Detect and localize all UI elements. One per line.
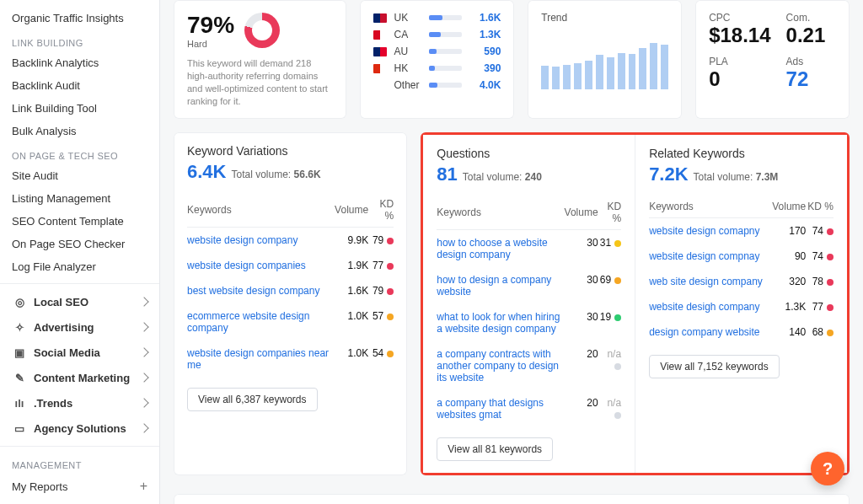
highlighted-section: Questions81Total volume: 240KeywordsVolu… bbox=[421, 132, 850, 475]
keyword-link[interactable]: design company website bbox=[649, 326, 770, 338]
kd-dot-icon bbox=[387, 314, 394, 320]
related-view-all-button[interactable]: View all 7,152 keywords bbox=[649, 355, 780, 378]
sidebar-item-bulk-analysis[interactable]: Bulk Analysis bbox=[0, 120, 159, 142]
briefcase-icon: ▭ bbox=[12, 421, 27, 436]
sidebar-item-onpage-seo-checker[interactable]: On Page SEO Checker bbox=[0, 233, 159, 255]
kd-cell: n/a bbox=[598, 390, 622, 427]
column-header: Keywords bbox=[437, 196, 564, 230]
sidebar-item-site-audit[interactable]: Site Audit bbox=[0, 164, 159, 187]
sidebar-item-label: Local SEO bbox=[34, 296, 88, 308]
sidebar-item-social-media[interactable]: ▣Social Media bbox=[0, 340, 159, 365]
table-row: what to look for when hiring a website d… bbox=[437, 304, 621, 341]
table-row: how to design a company website3069 bbox=[437, 267, 621, 304]
sidebar-item-agency-solutions[interactable]: ▭Agency Solutions bbox=[0, 416, 159, 441]
keyword-link[interactable]: a company that designs websites gmat bbox=[437, 397, 564, 421]
chevron-right-icon bbox=[139, 322, 148, 331]
variations-count: 6.4K bbox=[187, 161, 226, 183]
bars-icon: ılı bbox=[12, 395, 27, 410]
trend-bar bbox=[607, 57, 614, 90]
sidebar-item-listing-management[interactable]: Listing Management bbox=[0, 187, 159, 210]
keyword-link[interactable]: how to design a company website bbox=[437, 274, 564, 298]
keyword-link[interactable]: website design comapny bbox=[649, 225, 770, 237]
trend-bar bbox=[661, 45, 668, 89]
related-table: KeywordsVolumeKD %website design comapny… bbox=[649, 196, 834, 345]
sidebar-header-link-building: LINK BUILDING bbox=[0, 29, 159, 51]
volume-cell: 9.9K bbox=[335, 228, 368, 254]
country-row[interactable]: UK1.6K bbox=[373, 12, 501, 24]
sidebar-item-trends[interactable]: ılı.Trends bbox=[0, 390, 159, 416]
volume-cell: 1.6K bbox=[335, 278, 368, 303]
related-title: Related Keywords bbox=[649, 147, 834, 160]
column-header: KD % bbox=[806, 196, 834, 218]
trend-label: Trend bbox=[541, 12, 668, 24]
card-questions: Questions81Total volume: 240KeywordsVolu… bbox=[423, 135, 635, 473]
sidebar-item-backlink-analytics[interactable]: Backlink Analytics bbox=[0, 51, 159, 74]
speech-icon: ▣ bbox=[12, 345, 27, 360]
questions-title: Questions bbox=[437, 147, 621, 160]
kd-cell: 68 bbox=[806, 319, 834, 345]
column-header: KD % bbox=[598, 196, 622, 230]
metric-label-ads: Ads bbox=[786, 56, 836, 67]
keyword-link[interactable]: what to look for when hiring a website d… bbox=[437, 311, 564, 335]
plus-icon[interactable]: + bbox=[140, 479, 147, 494]
questions-table: KeywordsVolumeKD %how to choose a websit… bbox=[437, 196, 621, 427]
country-row[interactable]: AU590 bbox=[373, 46, 501, 57]
keyword-link[interactable]: ecommerce website design company bbox=[187, 310, 335, 334]
country-code: UK bbox=[394, 12, 422, 24]
metric-label-com: Com. bbox=[786, 12, 836, 24]
keyword-link[interactable]: website desigh company bbox=[649, 301, 770, 313]
sidebar-item-seo-content-template[interactable]: SEO Content Template bbox=[0, 210, 159, 233]
card-countries: UK1.6KCA1.3KAU590HK390Other4.0K bbox=[360, 0, 514, 119]
trend-bar bbox=[618, 53, 625, 89]
variations-view-all-button[interactable]: View all 6,387 keywords bbox=[187, 388, 318, 411]
card-related-keywords: Related Keywords7.2KTotal volume: 7.3MKe… bbox=[635, 135, 847, 473]
metric-value-ads[interactable]: 72 bbox=[786, 67, 836, 91]
sidebar-item-organic-traffic[interactable]: Organic Traffic Insights bbox=[0, 7, 159, 29]
chevron-right-icon bbox=[139, 347, 148, 357]
sidebar-item-advertising[interactable]: ✧Advertising bbox=[0, 314, 159, 340]
country-row[interactable]: HK390 bbox=[373, 62, 501, 74]
column-header: Keywords bbox=[187, 193, 335, 228]
sidebar-item-label: Advertising bbox=[34, 321, 94, 334]
variations-subvolume: Total volume: 56.6K bbox=[231, 169, 320, 180]
keyword-link[interactable]: website design company bbox=[187, 234, 335, 246]
kwdiff-donut-icon bbox=[244, 13, 280, 48]
help-fab-button[interactable]: ? bbox=[811, 452, 844, 485]
table-row: design company website14068 bbox=[649, 319, 834, 345]
chevron-right-icon bbox=[139, 423, 148, 432]
sidebar-item-log-file-analyzer[interactable]: Log File Analyzer bbox=[0, 255, 159, 278]
keyword-link[interactable]: website design companies bbox=[187, 260, 335, 271]
metric-value-com: 0.21 bbox=[786, 24, 836, 47]
country-code: Other bbox=[394, 79, 422, 91]
table-row: web site design company32078 bbox=[649, 269, 834, 294]
country-code: HK bbox=[394, 62, 422, 74]
sidebar-item-content-marketing[interactable]: ✎Content Marketing bbox=[0, 365, 159, 390]
country-value: 4.0K bbox=[469, 79, 501, 91]
questions-view-all-button[interactable]: View all 81 keywords bbox=[437, 437, 553, 461]
keyword-link[interactable]: website design compnay bbox=[649, 250, 770, 262]
card-keyword-variations: Keyword Variations6.4KTotal volume: 56.6… bbox=[174, 132, 407, 475]
sidebar-item-my-reports[interactable]: My Reports + bbox=[0, 474, 159, 499]
keyword-link[interactable]: how to choose a website design company bbox=[437, 237, 564, 260]
volume-cell: 1.3K bbox=[770, 294, 807, 319]
metric-value-pla: 0 bbox=[709, 67, 770, 91]
keyword-link[interactable]: a company contracts with another company… bbox=[437, 348, 564, 383]
kd-dot-icon bbox=[614, 240, 621, 247]
country-row[interactable]: CA1.3K bbox=[373, 29, 501, 40]
sidebar-header-onpage: ON PAGE & TECH SEO bbox=[0, 142, 159, 164]
trend-bar bbox=[563, 65, 571, 89]
table-row: website design compnay9074 bbox=[649, 244, 834, 269]
sidebar-item-local-seo[interactable]: ◎Local SEO bbox=[0, 289, 159, 314]
kd-cell: 74 bbox=[806, 218, 834, 244]
sidebar-item-label: .Trends bbox=[34, 397, 72, 410]
keyword-link[interactable]: best website design company bbox=[187, 285, 335, 297]
sidebar-item-label: My Reports bbox=[12, 480, 67, 493]
sidebar-item-backlink-audit[interactable]: Backlink Audit bbox=[0, 74, 159, 97]
country-row[interactable]: Other4.0K bbox=[373, 79, 501, 91]
sidebar-item-label: Agency Solutions bbox=[34, 422, 126, 435]
sidebar-item-link-building-tool[interactable]: Link Building Tool bbox=[0, 97, 159, 120]
volume-bar bbox=[429, 49, 462, 54]
keyword-link[interactable]: web site design company bbox=[649, 276, 770, 287]
keyword-link[interactable]: website design companies near me bbox=[187, 347, 335, 371]
sidebar-item-lead-generation[interactable]: Lead Generation Tool bbox=[0, 499, 159, 504]
